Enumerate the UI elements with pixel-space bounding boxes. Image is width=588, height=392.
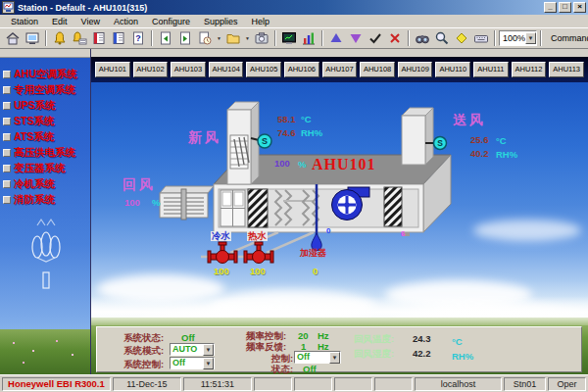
sidebar-item-变压器系统[interactable]: 变压器系统 (0, 161, 90, 176)
print-screen-icon[interactable] (252, 29, 271, 47)
raise-value-icon[interactable] (326, 29, 346, 47)
sidebar-item-消防系统[interactable]: 消防系统 (0, 192, 90, 208)
sidebar-item-UPS系统[interactable]: UPS系统 (0, 98, 90, 114)
event-summary-icon[interactable] (89, 29, 109, 47)
sidebar-item-高压供电系统[interactable]: 高压供电系统 (0, 145, 90, 161)
chevron-down-icon[interactable]: ▼ (203, 358, 214, 369)
filter-2 (384, 187, 402, 226)
minimize-button[interactable]: _ (544, 2, 557, 13)
alarm-printer-icon[interactable] (70, 29, 89, 47)
toolbar: ?▼▼ 100% ▼ Command ▼ (0, 27, 588, 49)
toolbar-separator (494, 30, 496, 46)
tab-ahu102[interactable]: AHU102 (133, 62, 169, 77)
message-summary-icon[interactable] (109, 29, 128, 47)
supply-air-duct (402, 108, 433, 165)
aux-value-magenta: 6 (401, 230, 405, 238)
control-select[interactable]: Off ▼ (294, 351, 341, 364)
statusbar-user: Oper (548, 377, 586, 391)
fresh-air-label: 新风 (188, 130, 221, 144)
humidifier-label: 加湿器 (300, 249, 326, 258)
tab-ahu112[interactable]: AHU112 (512, 62, 547, 77)
sidebar-item-ATS系统[interactable]: ATS系统 (0, 129, 90, 145)
command-label: Command (551, 33, 588, 43)
system-box-icon (3, 149, 11, 157)
tab-ahu101[interactable]: AHU101 (95, 62, 130, 77)
page-history-icon-dropdown[interactable]: ▼ (215, 29, 223, 47)
supply-air-temp: 25.6 (470, 135, 489, 145)
sidebar-item-label: UPS系统 (14, 99, 56, 113)
chilled-water-value: 100 (214, 267, 229, 276)
sidebar-item-STS系统[interactable]: STS系统 (0, 114, 90, 129)
statusbar-brand: Honeywell EBI R300.1 (2, 377, 111, 391)
fresh-air-duct (227, 102, 259, 184)
sidebar-item-label: 专用空调系统 (14, 83, 75, 97)
tab-ahu107[interactable]: AHU107 (322, 62, 358, 77)
sidebar-item-AHU空调系统[interactable]: AHU空调系统 (0, 67, 90, 82)
menu-station[interactable]: Station (4, 17, 45, 26)
system-status-label: 系统状态: (123, 333, 164, 343)
menu-supplies[interactable]: Supplies (197, 17, 245, 26)
menu-help[interactable]: Help (244, 17, 276, 26)
fresh-air-temp: 58.1 (277, 115, 296, 124)
system-control-select[interactable]: Off ▼ (170, 357, 215, 369)
console-icon[interactable] (471, 29, 491, 47)
tab-ahu106[interactable]: AHU106 (284, 62, 319, 77)
chevron-down-icon[interactable]: ▼ (203, 344, 214, 356)
tab-ahu104[interactable]: AHU104 (209, 62, 244, 77)
fresh-air-rh-unit: RH% (301, 128, 322, 138)
menubar: StationEditViewActionConfigureSuppliesHe… (0, 15, 588, 27)
alarm-summary-icon[interactable] (50, 29, 70, 47)
chevron-down-icon[interactable]: ▼ (525, 32, 536, 44)
freq-control-unit: Hz (318, 331, 329, 341)
tab-ahu108[interactable]: AHU108 (360, 62, 395, 77)
lower-value-icon[interactable] (346, 29, 366, 47)
zoom-icon[interactable] (432, 29, 452, 47)
page-back-icon[interactable] (156, 29, 175, 47)
statusbar-host: localhost (415, 377, 502, 391)
tower-graphic-icon (16, 218, 74, 325)
help-page-icon[interactable]: ? (128, 29, 148, 47)
close-button[interactable]: × (573, 2, 586, 13)
station-home-icon[interactable] (3, 29, 23, 47)
favorites-icon[interactable] (223, 29, 243, 47)
sidebar-item-专用空调系统[interactable]: 专用空调系统 (0, 82, 90, 98)
system-status-icon[interactable] (279, 29, 299, 47)
system-control-value: Off (171, 359, 203, 368)
page-forward-icon[interactable] (175, 29, 195, 47)
sidebar-item-冷机系统[interactable]: 冷机系统 (0, 176, 90, 192)
menu-configure[interactable]: Configure (145, 17, 197, 26)
system-mode-select[interactable]: AUTO ▼ (170, 343, 215, 356)
menu-view[interactable]: View (74, 17, 107, 26)
unit-title: AHU101 (312, 157, 376, 172)
menu-edit[interactable]: Edit (45, 17, 74, 26)
toolbar-separator (321, 30, 323, 46)
return-rh-unit: RH% (452, 352, 473, 362)
favorites-icon-dropdown[interactable]: ▼ (243, 29, 252, 47)
menu-action[interactable]: Action (107, 17, 145, 26)
accept-icon[interactable] (366, 29, 385, 47)
return-damper-value: 100 (124, 198, 140, 208)
sidebar-grass-image (0, 329, 90, 374)
tab-ahu103[interactable]: AHU103 (171, 62, 206, 77)
page-history-icon[interactable] (195, 29, 215, 47)
tab-ahu111[interactable]: AHU111 (473, 62, 509, 77)
trend-chart-icon[interactable] (299, 29, 318, 47)
tab-ahu109[interactable]: AHU109 (398, 62, 433, 77)
tab-ahu105[interactable]: AHU105 (246, 62, 281, 77)
chevron-down-icon[interactable]: ▼ (329, 352, 340, 364)
tab-ahu110[interactable]: AHU110 (435, 62, 470, 77)
alarm-tracker-icon[interactable] (452, 29, 471, 47)
zoom-level-value: 100% (503, 33, 525, 43)
supply-air-rh: 40.2 (470, 149, 489, 159)
supply-air-label: 送风 (453, 113, 486, 126)
chilled-water-label: 冷水 (211, 231, 231, 241)
maximize-button[interactable]: □ (559, 2, 571, 13)
filter-1 (248, 189, 268, 227)
display-manager-icon[interactable] (23, 29, 42, 47)
zoom-level-combo[interactable]: 100% ▼ (499, 30, 537, 46)
sidebar-header (0, 49, 90, 58)
toolbar-separator (408, 30, 410, 46)
cancel-icon[interactable] (385, 29, 405, 47)
tab-ahu113[interactable]: AHU113 (549, 62, 584, 77)
find-icon[interactable] (413, 29, 432, 47)
